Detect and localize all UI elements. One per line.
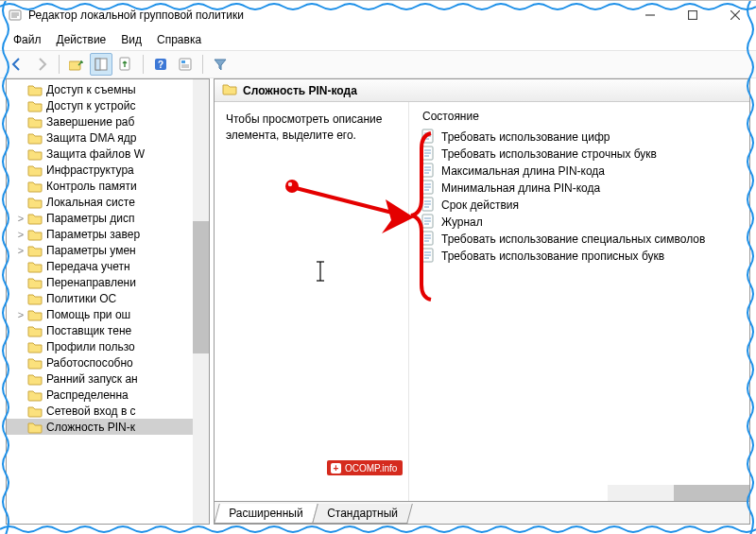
policy-item[interactable]: Журнал bbox=[421, 214, 742, 231]
tree-item-label: Работоспособно bbox=[46, 356, 133, 370]
toolbar: ? bbox=[0, 50, 756, 78]
folder-icon bbox=[27, 147, 43, 161]
tree-item[interactable]: Доступ к съемны bbox=[7, 81, 209, 97]
description-text: Чтобы просмотреть описание элемента, выд… bbox=[226, 112, 399, 144]
tree-item[interactable]: Перенаправлени bbox=[7, 274, 209, 290]
up-button[interactable] bbox=[65, 53, 88, 76]
properties-button[interactable] bbox=[174, 53, 197, 76]
tree-item[interactable]: Защита файлов W bbox=[7, 146, 209, 162]
folder-icon bbox=[27, 421, 43, 434]
tab-standard[interactable]: Стандартный bbox=[312, 504, 413, 524]
folder-icon bbox=[27, 308, 43, 321]
folder-icon bbox=[222, 82, 237, 98]
expander-icon[interactable]: > bbox=[14, 309, 27, 320]
policy-item-label: Требовать использование специальных симв… bbox=[441, 233, 705, 246]
window-title: Редактор локальной групповой политики bbox=[28, 9, 628, 22]
tree-item[interactable]: Передача учетн bbox=[7, 258, 209, 274]
policy-item[interactable]: Требовать использование цифр bbox=[421, 129, 742, 146]
tree-pane[interactable]: Доступ к съемныДоступ к устройсЗавершени… bbox=[6, 78, 210, 525]
policy-item[interactable]: Требовать использование строчных букв bbox=[421, 146, 742, 163]
policy-icon bbox=[421, 129, 436, 146]
policy-item[interactable]: Минимальная длина PIN-кода bbox=[421, 180, 742, 197]
show-tree-button[interactable] bbox=[90, 53, 112, 76]
title-bar: Редактор локальной групповой политики bbox=[0, 1, 756, 29]
tree-item-label: Перенаправлени bbox=[46, 276, 136, 289]
policy-item-label: Требовать использование цифр bbox=[441, 130, 610, 144]
back-button[interactable] bbox=[6, 53, 28, 76]
policy-item[interactable]: Срок действия bbox=[421, 197, 742, 214]
svg-rect-8 bbox=[69, 61, 80, 70]
tree-item[interactable]: Контроль памяти bbox=[7, 178, 209, 194]
expander-icon[interactable]: > bbox=[14, 213, 27, 224]
export-button[interactable] bbox=[114, 53, 137, 76]
scroll-thumb[interactable] bbox=[193, 221, 209, 353]
folder-icon bbox=[27, 212, 43, 225]
tree-item[interactable]: Локальная систе bbox=[7, 194, 209, 210]
menu-file[interactable]: Файл bbox=[6, 31, 49, 48]
forward-button[interactable] bbox=[30, 53, 53, 76]
tree-item[interactable]: Защита DMA ядр bbox=[7, 129, 209, 146]
tree-item-label: Доступ к съемны bbox=[46, 83, 136, 96]
tree-item[interactable]: Поставщик тене bbox=[7, 322, 209, 338]
menu-action[interactable]: Действие bbox=[49, 31, 114, 48]
folder-icon bbox=[27, 276, 43, 289]
tree-item[interactable]: >Параметры завер bbox=[7, 226, 209, 242]
tree-item[interactable]: Инфраструктура bbox=[7, 162, 209, 178]
tree-item[interactable]: Политики ОС bbox=[7, 290, 209, 306]
policy-item[interactable]: Требовать использование специальных симв… bbox=[421, 231, 742, 248]
folder-icon bbox=[27, 99, 43, 112]
policy-list-column: Состояние Требовать использование цифрТр… bbox=[409, 102, 749, 501]
policy-icon bbox=[421, 231, 436, 249]
folder-icon bbox=[27, 196, 43, 209]
folder-icon bbox=[27, 131, 43, 145]
tab-extended[interactable]: Расширенный bbox=[214, 504, 318, 524]
tree-item[interactable]: Сетевой вход в с bbox=[7, 403, 209, 419]
details-pane: Сложность PIN-кода Чтобы просмотреть опи… bbox=[214, 78, 750, 525]
tree-item[interactable]: Работоспособно bbox=[7, 354, 209, 370]
tree-item[interactable]: Распределенна bbox=[7, 387, 209, 403]
policy-item-label: Требовать использование прописных букв bbox=[441, 250, 664, 263]
tree-item[interactable]: >Помощь при ош bbox=[7, 306, 209, 322]
folder-icon bbox=[27, 260, 43, 273]
minimize-button[interactable] bbox=[628, 1, 671, 29]
tree-item-label: Параметры умен bbox=[46, 244, 136, 257]
menu-help[interactable]: Справка bbox=[149, 31, 209, 48]
watermark-badge: + OCOMP.info bbox=[327, 460, 403, 475]
tree-item[interactable]: Завершение раб bbox=[7, 113, 209, 129]
maximize-button[interactable] bbox=[671, 1, 713, 29]
tree-item[interactable]: >Параметры дисп bbox=[7, 210, 209, 226]
close-button[interactable] bbox=[713, 1, 756, 29]
toolbar-separator bbox=[59, 55, 60, 74]
toolbar-separator bbox=[202, 55, 203, 74]
policy-item-label: Срок действия bbox=[441, 198, 519, 212]
tree-item[interactable]: Доступ к устройс bbox=[7, 97, 209, 113]
expander-icon[interactable]: > bbox=[14, 229, 27, 240]
policy-item[interactable]: Требовать использование прописных букв bbox=[421, 248, 742, 265]
policy-icon bbox=[421, 163, 436, 181]
tree-scrollbar[interactable] bbox=[193, 79, 209, 524]
details-title: Сложность PIN-кода bbox=[243, 84, 357, 97]
horizontal-scrollbar[interactable] bbox=[608, 485, 749, 501]
help-button[interactable]: ? bbox=[149, 53, 172, 76]
column-header-state[interactable]: Состояние bbox=[421, 108, 742, 129]
tree-item[interactable]: Сложность PIN-к bbox=[7, 419, 209, 435]
tree-item-label: Локальная систе bbox=[46, 196, 135, 209]
policy-item-label: Журнал bbox=[441, 215, 483, 229]
tree-item-label: Сложность PIN-к bbox=[46, 421, 135, 434]
tree-item[interactable]: Профили пользо bbox=[7, 338, 209, 354]
tree-item-label: Профили пользо bbox=[46, 340, 135, 353]
policy-item[interactable]: Максимальная длина PIN-кода bbox=[421, 163, 742, 180]
filter-button[interactable] bbox=[209, 53, 232, 76]
scroll-thumb[interactable] bbox=[674, 485, 749, 501]
folder-icon bbox=[27, 388, 43, 402]
tree-item-label: Распределенна bbox=[46, 388, 129, 402]
menu-bar: Файл Действие Вид Справка bbox=[0, 29, 756, 50]
folder-icon bbox=[27, 164, 43, 177]
menu-view[interactable]: Вид bbox=[113, 31, 149, 48]
folder-icon bbox=[27, 356, 43, 370]
tree-item[interactable]: >Параметры умен bbox=[7, 242, 209, 258]
expander-icon[interactable]: > bbox=[14, 245, 27, 256]
tree-item[interactable]: Ранний запуск ан bbox=[7, 370, 209, 387]
folder-icon bbox=[27, 340, 43, 353]
policy-icon bbox=[421, 248, 436, 266]
